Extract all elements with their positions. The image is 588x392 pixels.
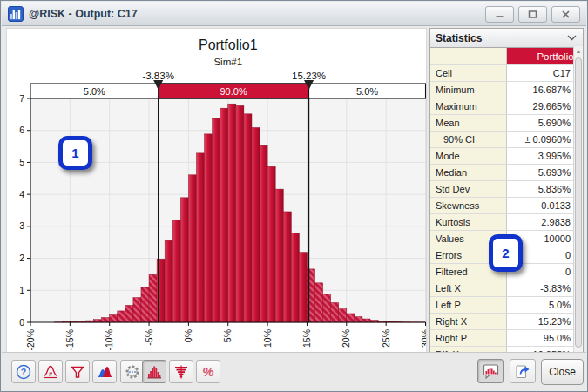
svg-text:%: % [202,364,213,379]
stats-value: -16.687% [507,82,583,98]
stats-value: -3.83% [507,280,583,297]
stats-value: 3.995% [507,148,583,165]
close-icon [561,10,571,18]
stats-row: Right P95.0% [430,330,583,347]
statistics-panel: Statistics Portfolio1 CellC17Minimum-16.… [429,28,584,360]
graph-window-button[interactable] [477,359,504,383]
filter-button[interactable] [65,360,90,383]
help-button[interactable]: ? [11,360,36,383]
scroll-up-icon[interactable]: ▲ [574,46,583,56]
maximize-icon [528,10,537,18]
stats-column-header[interactable]: Portfolio1 [507,48,583,65]
svg-text:0: 0 [19,317,24,328]
help-icon: ? [15,363,32,381]
svg-text:5%: 5% [222,329,233,342]
svg-text:3: 3 [19,220,24,231]
callout-1: 1 [58,136,92,170]
stats-label: Left P [430,297,507,314]
histogram-view-icon [145,363,163,381]
stats-row: 90% CI± 0.0960% [430,132,583,148]
stats-value: ± 0.0960% [507,132,583,148]
statistics-table: Portfolio1 CellC17Minimum-16.687%Maximum… [430,48,583,360]
stats-row: Minimum-16.687% [430,82,583,98]
stats-row: Kurtosis2.9838 [430,214,583,231]
histogram-chart-panel: Portfolio1Sim#1-3.83%15.23%5.0%90.0%5.0%… [6,28,427,354]
stats-scrollbar[interactable]: ▲ ▼ [573,46,583,359]
svg-text:30%: 30% [420,329,426,348]
define-distribution-button[interactable]: # [38,360,63,383]
percent-view-button[interactable]: % [196,360,220,383]
settings-button[interactable] [120,360,145,383]
svg-text:-20%: -20% [25,329,36,351]
svg-text:-3.83%: -3.83% [142,71,173,81]
stats-row: Std Dev5.836% [430,181,583,198]
scrollbar-thumb[interactable] [575,57,582,348]
statistics-panel-header[interactable]: Statistics [430,29,583,48]
stats-row: Mean5.690% [430,115,583,132]
svg-text:-5%: -5% [144,329,154,346]
stats-label: Right P [430,330,507,347]
minimize-icon [495,10,504,18]
stats-label: Mean [430,115,507,132]
risk-app-icon [8,6,24,22]
stats-corner-cell [430,48,507,65]
stats-value: 0.0133 [507,198,583,214]
histogram-chart: Portfolio1Sim#1-3.83%15.23%5.0%90.0%5.0%… [7,29,426,353]
svg-text:7: 7 [19,93,24,104]
svg-text:?: ? [21,367,26,377]
stats-label: Mode [430,148,507,165]
overlay-distribution-icon [96,363,113,381]
stats-row: Maximum29.665% [430,98,583,115]
tornado-view-button[interactable] [169,360,193,383]
svg-text:-15%: -15% [64,329,75,351]
svg-text:Portfolio1: Portfolio1 [199,37,258,52]
bottom-toolbar: ? # [2,352,586,390]
svg-text:5.0%: 5.0% [356,86,378,97]
svg-text:4: 4 [19,189,24,199]
svg-text:0%: 0% [183,329,193,342]
stats-row: Median5.693% [430,165,583,181]
chevron-down-icon[interactable] [566,34,578,42]
svg-text:-10%: -10% [104,329,114,351]
stats-value: 95.0% [507,330,583,347]
graph-window-icon [482,362,500,381]
stats-label: Cell [430,65,507,82]
svg-text:25%: 25% [381,329,391,348]
close-window-button[interactable] [551,6,580,23]
stats-label: 90% CI [430,132,507,148]
minimize-button[interactable] [485,6,514,23]
stats-label: Left X [430,280,507,297]
gear-icon [124,363,141,381]
svg-text:10%: 10% [262,329,273,348]
stats-row: CellC17 [430,65,583,82]
stats-row: Right X15.23% [430,314,583,330]
svg-text:5.0%: 5.0% [84,86,105,97]
svg-text:5: 5 [19,157,24,167]
stats-label: Kurtosis [430,214,507,231]
edit-export-button[interactable] [510,359,536,383]
stats-row: Left X-3.83% [430,280,583,297]
stats-row: Left P5.0% [430,297,583,314]
svg-text:90.0%: 90.0% [220,86,247,97]
svg-text:Sim#1: Sim#1 [213,57,242,67]
stats-value: 2.9838 [507,214,583,231]
histogram-view-button[interactable] [142,360,166,383]
edit-export-icon [514,362,532,381]
statistics-panel-title: Statistics [430,32,566,44]
stats-label: Minimum [430,82,507,98]
stats-value: 15.23% [507,314,583,330]
stats-row: Mode3.995% [430,148,583,165]
maximize-button[interactable] [518,6,547,23]
stats-value: 5.0% [507,297,583,314]
stats-value: C17 [507,65,583,82]
title-bar[interactable]: @RISK - Output: C17 [2,2,586,26]
close-button[interactable]: Close [541,359,584,385]
window-title: @RISK - Output: C17 [29,8,138,20]
define-distribution-icon: # [42,363,59,381]
stats-label: Std Dev [430,181,507,198]
stats-label: Skewness [430,198,507,214]
tornado-view-icon [172,363,190,381]
percent-view-icon: % [199,363,217,381]
overlay-distribution-button[interactable] [92,360,117,383]
svg-text:15.23%: 15.23% [292,71,326,81]
